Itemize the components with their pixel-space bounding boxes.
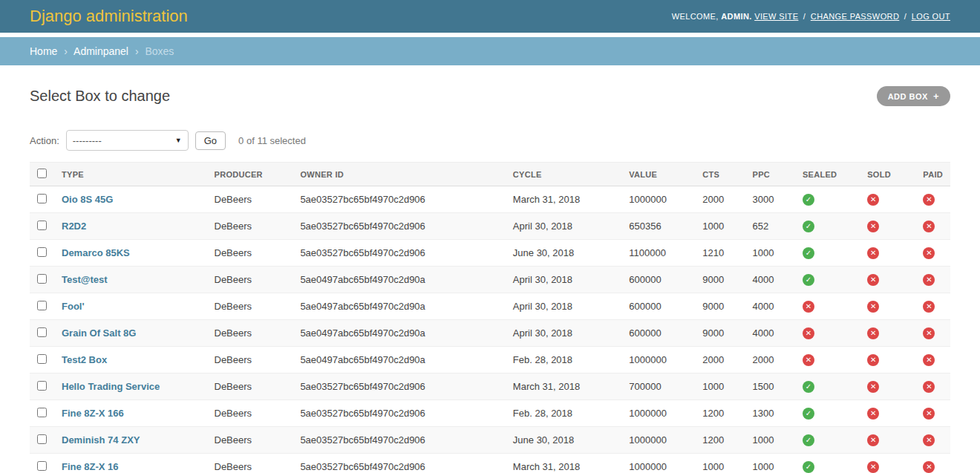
column-header-cts[interactable]: CTS [695,163,745,186]
row-checkbox[interactable] [37,434,47,444]
row-select-cell [30,186,54,213]
row-checkbox[interactable] [37,354,47,364]
cycle-cell: June 30, 2018 [506,427,621,454]
sold-cell: ✕ [860,267,915,293]
row-checkbox[interactable] [37,301,47,310]
type-cell: Fine 8Z-X 16 [54,454,207,473]
column-header-value[interactable]: VALUE [621,163,695,186]
view-site-link[interactable]: VIEW SITE [754,12,798,21]
breadcrumb-link-home[interactable]: Home [30,45,57,57]
table-row: Test2 Box DeBeers 5ae0497abc65bf4970c2d9… [30,347,950,373]
row-checkbox[interactable] [37,247,47,257]
table-header: TYPE PRODUCER OWNER ID CYCLE VALUE CTS P… [30,163,950,186]
column-header-owner-id[interactable]: OWNER ID [293,163,505,186]
sealed-cell: ✓ [795,400,860,427]
sealed-cell: ✓ [795,240,860,267]
producer-cell: DeBeers [207,454,293,473]
selection-counter: 0 of 11 selected [238,135,306,146]
value-cell: 1000000 [621,400,695,427]
row-checkbox[interactable] [37,408,47,417]
producer-cell: DeBeers [207,400,293,427]
cts-cell: 2000 [695,186,745,213]
content-area: Select Box to change ADD BOX + Action: -… [0,86,980,473]
paid-cell: ✕ [915,347,950,373]
cycle-cell: April 30, 2018 [506,267,621,293]
column-header-cycle[interactable]: CYCLE [506,163,621,186]
column-header-ppc[interactable]: PPC [745,163,795,186]
column-header-type[interactable]: TYPE [54,163,207,186]
select-all-checkbox[interactable] [37,169,47,178]
sold-cell: ✕ [860,240,915,267]
column-header-sold[interactable]: SOLD [860,163,915,186]
sealed-cell: ✕ [795,320,860,347]
table-row: Test@test DeBeers 5ae0497abc65bf4970c2d9… [30,267,950,293]
row-checkbox[interactable] [37,327,47,337]
box-type-link[interactable]: R2D2 [62,221,86,232]
cycle-cell: June 30, 2018 [506,240,621,267]
site-title-link[interactable]: Django administration [30,7,188,26]
log-out-link[interactable]: LOG OUT [912,12,950,21]
breadcrumb-link-adminpanel[interactable]: Adminpanel [74,45,128,57]
row-select-cell [30,240,54,267]
sealed-cell: ✕ [795,293,860,320]
column-header-paid[interactable]: PAID [915,163,950,186]
box-type-link[interactable]: Hello Trading Service [62,381,160,392]
box-type-link[interactable]: Test2 Box [62,354,107,365]
cts-cell: 1200 [695,400,745,427]
row-checkbox[interactable] [37,221,47,230]
cross-icon: ✕ [867,354,879,366]
box-type-link[interactable]: Grain Of Salt 8G [62,327,136,339]
box-type-link[interactable]: Fool' [62,301,85,312]
producer-cell: DeBeers [207,373,293,400]
column-header-sealed[interactable]: SEALED [795,163,860,186]
cycle-cell: April 30, 2018 [506,320,621,347]
ppc-cell: 1500 [745,373,795,400]
go-button[interactable]: Go [195,131,226,150]
paid-cell: ✕ [915,400,950,427]
type-cell: Oio 8S 45G [54,186,207,213]
page-title: Select Box to change [30,88,170,105]
cross-icon: ✕ [867,327,879,339]
type-cell: Fine 8Z-X 166 [54,400,207,427]
cts-cell: 9000 [695,293,745,320]
cts-cell: 2000 [695,347,745,373]
box-type-link[interactable]: Oio 8S 45G [62,194,113,205]
owner-id-cell: 5ae03527bc65bf4970c2d906 [293,400,505,427]
sold-cell: ✕ [860,320,915,347]
producer-cell: DeBeers [207,213,293,240]
box-type-link[interactable]: Fine 8Z-X 16 [62,461,119,472]
paid-cell: ✕ [915,186,950,213]
cts-cell: 9000 [695,320,745,347]
row-checkbox[interactable] [37,381,47,391]
box-type-link[interactable]: Fine 8Z-X 166 [62,408,124,419]
box-type-link[interactable]: Deminish 74 ZXY [62,434,140,446]
table-row: R2D2 DeBeers 5ae03527bc65bf4970c2d906 Ap… [30,213,950,240]
producer-cell: DeBeers [207,293,293,320]
welcome-text: WELCOME, [672,12,719,21]
box-type-link[interactable]: Demarco 85KS [62,247,130,258]
type-cell: R2D2 [54,213,207,240]
actions-bar: Action: --------- ▼ Go 0 of 11 selected [30,130,950,151]
ppc-cell: 4000 [745,320,795,347]
cross-icon: ✕ [923,327,935,339]
table-row: Deminish 74 ZXY DeBeers 5ae03527bc65bf49… [30,427,950,454]
row-checkbox[interactable] [37,194,47,203]
value-cell: 1000000 [621,186,695,213]
box-type-link[interactable]: Test@test [62,274,108,285]
boxes-table: TYPE PRODUCER OWNER ID CYCLE VALUE CTS P… [30,162,950,473]
row-checkbox[interactable] [37,274,47,284]
change-password-link[interactable]: CHANGE PASSWORD [811,12,899,21]
cross-icon: ✕ [867,247,879,259]
sold-cell: ✕ [860,427,915,454]
table-row: Fool' DeBeers 5ae0497abc65bf4970c2d90a A… [30,293,950,320]
sold-cell: ✕ [860,373,915,400]
add-box-button[interactable]: ADD BOX + [877,86,950,106]
row-checkbox[interactable] [37,461,47,471]
cycle-cell: Feb. 28, 2018 [506,400,621,427]
boxes-table-body: Oio 8S 45G DeBeers 5ae03527bc65bf4970c2d… [30,186,950,473]
row-select-cell [30,347,54,373]
column-header-producer[interactable]: PRODUCER [207,163,293,186]
action-select[interactable]: --------- ▼ [66,130,189,151]
owner-id-cell: 5ae0497abc65bf4970c2d90a [293,347,505,373]
sold-cell: ✕ [860,213,915,240]
